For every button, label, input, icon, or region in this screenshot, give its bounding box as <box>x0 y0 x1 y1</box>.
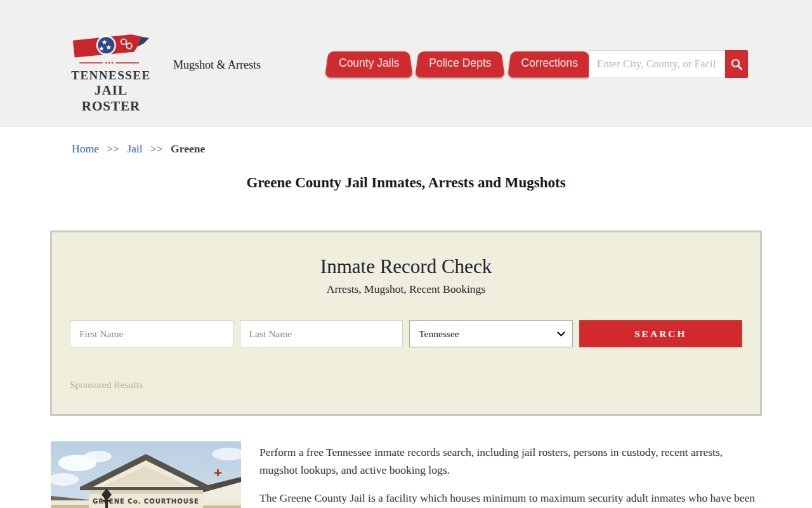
inmate-record-check-panel: Inmate Record Check Arrests, Mugshot, Re… <box>50 231 762 416</box>
nav-button-corrections[interactable]: Corrections <box>508 49 592 77</box>
facility-search-button[interactable] <box>725 50 748 78</box>
breadcrumb-current: Greene <box>171 142 205 155</box>
facility-paragraph: The Greene County Jail is a facility whi… <box>259 489 761 508</box>
sponsored-results-label: Sponsored Results <box>70 379 742 391</box>
state-select-wrap: Tennessee <box>409 320 572 347</box>
tennessee-state-icon: ★ ★ ★ <box>71 32 151 67</box>
nav-button-police-depts[interactable]: Police Depts <box>415 49 505 77</box>
search-icon <box>730 58 743 70</box>
breadcrumb: Home >> Jail >> Greene <box>0 127 812 156</box>
breadcrumb-separator: >> <box>107 142 119 155</box>
content-section: GREENE Co. COURTHOUSE <box>51 441 761 508</box>
content-text: Perform a free Tennessee inmate records … <box>259 441 761 508</box>
nav-label: County Jails <box>339 57 399 70</box>
facility-search-input[interactable] <box>589 50 725 78</box>
tennessee-jail-roster-logo[interactable]: ★ ★ ★ TENNESSEE JAIL ROSTER <box>70 32 152 114</box>
page-title: Greene County Jail Inmates, Arrests and … <box>0 175 812 191</box>
logo-title-line2: JAIL ROSTER <box>70 83 152 114</box>
search-button[interactable]: SEARCH <box>579 320 742 347</box>
inmate-search-form: Tennessee SEARCH <box>70 320 742 347</box>
nav-button-county-jails[interactable]: County Jails <box>325 49 413 77</box>
breadcrumb-link-home[interactable]: Home <box>72 142 99 155</box>
breadcrumb-link-jail[interactable]: Jail <box>127 142 142 155</box>
star-icon: ★ <box>98 44 104 52</box>
panel-subtitle: Arrests, Mugshot, Recent Bookings <box>70 283 742 296</box>
breadcrumb-separator: >> <box>150 142 163 155</box>
main-nav: County Jails Police Depts Corrections <box>325 49 592 77</box>
nav-label: Police Depts <box>429 57 491 70</box>
site-tagline: Mugshot & Arrests <box>173 58 261 72</box>
star-icon: ★ <box>105 43 111 51</box>
panel-title: Inmate Record Check <box>70 255 742 278</box>
last-name-input[interactable] <box>240 320 403 347</box>
courthouse-image: GREENE Co. COURTHOUSE <box>51 441 241 508</box>
state-select[interactable]: Tennessee <box>409 320 572 347</box>
first-name-input[interactable] <box>70 320 233 347</box>
nav-label: Corrections <box>521 57 578 70</box>
logo-title-line1: TENNESSEE <box>70 69 152 83</box>
intro-paragraph: Perform a free Tennessee inmate records … <box>259 443 761 479</box>
site-header: ★ ★ ★ TENNESSEE JAIL ROSTER Mug <box>0 0 812 127</box>
facility-search <box>589 50 748 78</box>
logo-divider <box>79 62 139 64</box>
